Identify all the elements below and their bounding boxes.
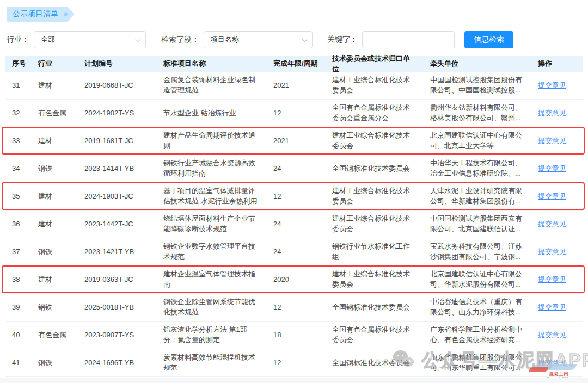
cell-plan-number: 2024-1696T-YB	[78, 349, 157, 376]
cell-period: 24	[267, 211, 326, 238]
cell-industry: 建材	[32, 211, 78, 238]
submit-feedback-link[interactable]: 提交意见	[538, 219, 566, 230]
cell-committee: 全国有色金属标准化技术委员会重金属分会	[326, 100, 424, 127]
cell-serial-no: 39	[5, 294, 32, 321]
cell-project-name: 节水型企业 钴冶炼行业	[157, 100, 267, 127]
cell-lead-unit: 中国国检测试控股集团股份有限公司、中国国检测试控股...	[424, 72, 531, 99]
cell-committee: 建材工业综合标准化技术委员会	[326, 266, 424, 293]
cell-committee: 建材工业综合标准化技术委员会	[326, 127, 424, 155]
table-row: 36 建材 2023-1442T-JC 烧结墙体屋面材料生产企业节能降碳诊断技术…	[5, 211, 583, 238]
chevron-down-icon	[302, 37, 308, 42]
submit-feedback-link[interactable]: 提交意见	[538, 330, 566, 341]
search-field-label: 检索字段：	[161, 35, 199, 45]
keyword-label: 关键字：	[327, 35, 358, 45]
cell-project-name: 基于项目的温室气体减排量评估技术规范 水泥行业余热利用	[157, 183, 267, 210]
header-cell-period: 完成年限/周期	[267, 59, 326, 69]
cell-industry: 钢铁	[32, 155, 78, 182]
cell-industry: 有色金属	[32, 322, 78, 349]
cell-industry: 建材	[32, 72, 78, 99]
cell-project-name: 钢铁企业数字水效管理平台技术规范	[157, 238, 267, 265]
filter-bar: 行业： 全部 检索字段： 项目名称 关键字： 信息检索	[7, 31, 513, 48]
cell-project-name: 建材产品生命周期评价技术通则	[157, 127, 267, 155]
cell-serial-no: 40	[5, 322, 32, 349]
tab-public-project-list[interactable]: 公示项目清单	[7, 7, 75, 22]
cell-committee: 建材工业综合标准化技术委员会	[326, 183, 424, 210]
cell-project-name: 金属复合装饰材料企业绿色制造管理规范	[157, 72, 267, 99]
header-cell-plan: 计划编号	[78, 59, 157, 69]
cell-lead-unit: 中冶赛迪信息技术（重庆）有限公司、山东力净环保科技...	[424, 294, 531, 321]
cell-lead-unit: 宝武水务科技有限公司、江苏沙钢集团有限公司、宁波钢...	[424, 238, 531, 265]
industry-selected-value: 全部	[41, 35, 55, 45]
cell-industry: 钢铁	[32, 238, 78, 265]
cell-lead-unit: 中国国检测试控股集团西安有限公司、北京国建联信认证...	[424, 211, 531, 238]
table-row: 31 建材 2019-0668T-JC 金属复合装饰材料企业绿色制造管理规范 2…	[5, 72, 583, 100]
submit-feedback-link[interactable]: 提交意见	[538, 108, 566, 119]
keyword-input[interactable]	[362, 31, 455, 48]
cell-lead-unit: 北京国建联信认证中心有限公司、华新水泥股份有限公司...	[424, 266, 531, 293]
table-body: 31 建材 2019-0668T-JC 金属复合装饰材料企业绿色制造管理规范 2…	[5, 72, 583, 377]
industry-select[interactable]: 全部	[34, 31, 146, 48]
table-row: 40 有色金属 2023-0907T-YS 铝灰渣化学分析方法 第1部分：氟含量…	[5, 322, 583, 349]
table-header-row: 序号 行业 计划编号 标准项目名称 完成年限/周期 技术委员会或技术归口单位 牵…	[5, 56, 583, 72]
header-cell-name: 标准项目名称	[157, 59, 267, 69]
tag-dot-icon	[64, 13, 68, 16]
cell-committee: 全国钢标准化技术委员会	[326, 294, 424, 321]
table-row: 32 有色金属 2024-1902T-YS 节水型企业 钴冶炼行业 12 全国有…	[5, 100, 583, 127]
cell-industry: 有色金属	[32, 100, 78, 127]
info-search-button[interactable]: 信息检索	[464, 31, 513, 48]
cell-plan-number: 2023-1442T-JC	[78, 211, 157, 238]
header-cell-action: 操作	[531, 59, 583, 69]
cell-serial-no: 38	[5, 266, 32, 293]
table-row: 41 钢铁 2024-1696T-YB 炭素材料高效节能混捏机技术规范 12 全…	[5, 349, 583, 377]
cell-plan-number: 2019-0363T-JC	[78, 266, 157, 293]
cell-serial-no: 34	[5, 155, 32, 182]
table-row: 39 钢铁 2025-0018T-YB 钢铁企业除尘管网系统节能优化技术规范 1…	[5, 294, 583, 322]
table-row: 38 建材 2019-0363T-JC 建材企业温室气体管理技术指南 2020 …	[5, 266, 583, 294]
table-row: 37 钢铁 2023-1421T-YB 钢铁企业数字水效管理平台技术规范 24 …	[5, 238, 583, 266]
header-cell-committee: 技术委员会或技术归口单位	[326, 54, 424, 75]
cell-project-name: 炭素材料高效节能混捏机技术规范	[157, 349, 267, 376]
cell-lead-unit: 天津水泥工业设计研究院有限公司、华新建材集团股份有...	[424, 183, 531, 210]
submit-feedback-link[interactable]: 提交意见	[538, 192, 566, 202]
submit-feedback-link[interactable]: 提交意见	[538, 247, 566, 257]
table-row: 35 建材 2024-1903T-JC 基于项目的温室气体减排量评估技术规范 水…	[5, 183, 583, 211]
cell-plan-number: 2024-1902T-YS	[78, 100, 157, 127]
cell-industry: 建材	[32, 183, 78, 210]
cell-plan-number: 2019-0668T-JC	[78, 72, 157, 99]
submit-feedback-link[interactable]: 提交意见	[538, 164, 566, 174]
projects-table: 序号 行业 计划编号 标准项目名称 完成年限/周期 技术委员会或技术归口单位 牵…	[5, 56, 583, 377]
cell-serial-no: 37	[5, 238, 32, 265]
tab-label: 公示项目清单	[13, 9, 58, 18]
cell-industry: 钢铁	[32, 349, 78, 376]
submit-feedback-link[interactable]: 提交意见	[538, 275, 566, 285]
search-field-select[interactable]: 项目名称	[204, 31, 313, 48]
cell-committee: 钢铁行业节水标准化工作组	[326, 238, 424, 265]
table-row: 34 钢铁 2023-1414T-YB 钢铁行业产城融合水资源高效循环利用指南 …	[5, 155, 583, 183]
cell-period: 18	[267, 322, 326, 349]
submit-feedback-link[interactable]: 提交意见	[538, 136, 566, 146]
submit-feedback-link[interactable]: 提交意见	[538, 302, 566, 313]
cell-project-name: 铝灰渣化学分析方法 第1部分：氟含量的测定	[157, 322, 267, 349]
cell-period: 2021	[267, 127, 326, 155]
cell-committee: 全国钢标准化技术委员会	[326, 155, 424, 182]
search-field-selected-value: 项目名称	[211, 35, 239, 45]
cell-project-name: 建材企业温室气体管理技术指南	[157, 266, 267, 293]
header-cell-no: 序号	[5, 59, 32, 69]
cell-project-name: 烧结墙体屋面材料生产企业节能降碳诊断技术规范	[157, 211, 267, 238]
industry-label: 行业：	[7, 35, 29, 45]
cell-industry: 建材	[32, 266, 78, 293]
cell-period: 12	[267, 294, 326, 321]
cell-lead-unit: 衢州华友钴新材料有限公司、格林美股份有限公司、赣州...	[424, 100, 531, 127]
submit-feedback-link[interactable]: 提交意见	[538, 358, 566, 368]
cell-serial-no: 41	[5, 349, 32, 376]
cell-period: 24	[267, 238, 326, 265]
cell-industry: 建材	[32, 127, 78, 155]
cell-lead-unit: 山东华鹏精机集团股份有限公司、山东华鹏重工有限公司...	[424, 349, 531, 376]
cell-serial-no: 31	[5, 72, 32, 99]
cell-committee: 建材工业综合标准化技术委员会	[326, 72, 424, 99]
submit-feedback-link[interactable]: 提交意见	[538, 81, 566, 91]
cell-project-name: 钢铁企业除尘管网系统节能优化技术规范	[157, 294, 267, 321]
cell-period: 24	[267, 155, 326, 182]
cell-period: 2020	[267, 266, 326, 293]
cell-plan-number: 2024-1903T-JC	[78, 183, 157, 210]
